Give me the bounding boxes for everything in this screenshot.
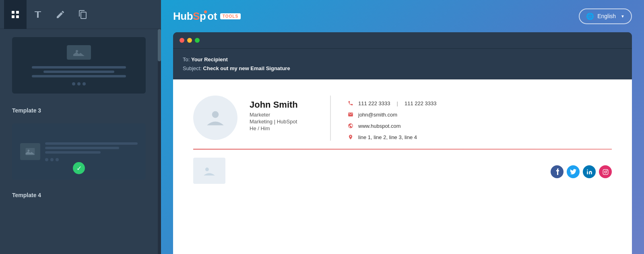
globe-icon: 🌐 [586,12,594,20]
email-to-line: To: Your Recipient [183,55,622,64]
phone-icon [347,100,354,107]
web-svg [348,123,353,129]
language-button[interactable]: 🌐 English ▼ [579,8,632,24]
grid-tool-button[interactable] [4,0,27,29]
text-icon [33,10,43,19]
logo-text: HubSpot [173,10,217,23]
svg-point-11 [205,167,209,171]
phone-separator: | [397,100,398,106]
bottom-image-placeholder [193,158,225,184]
toolbar [0,0,161,29]
dot1 [45,158,48,161]
facebook-svg [555,168,559,175]
main-area: HubSpot TOOLS 🌐 English ▼ To: Your Recip… [161,0,644,254]
avatar-placeholder-icon [205,108,225,127]
linkedin-icon[interactable] [583,165,596,178]
email-icon [347,111,354,118]
template-3b-label: Template 3 [12,107,146,114]
svg-point-14 [607,170,607,171]
email-body: John Smith Marketer Marketing | HubSpot … [173,79,632,254]
pen-tool-button[interactable] [49,0,72,29]
scroll-track[interactable] [158,29,161,254]
signature-bottom-divider [193,149,612,150]
email-value: john@smith.com [358,112,397,118]
dot2 [77,82,80,85]
line3 [32,75,126,77]
contact-website-row: www.hubspot.com [347,122,436,129]
svg-rect-0 [12,11,14,14]
template-3a-dots [72,82,86,85]
template-3a-image-placeholder [67,45,91,60]
selected-check-badge: ✓ [73,162,85,174]
email-header: To: Your Recipient Subject: Check out my… [173,48,632,79]
window-chrome [173,32,632,48]
window-maximize-dot [195,38,200,43]
phone2-value: 111 222 3333 [405,100,437,106]
signature-avatar [193,96,237,140]
chevron-down-icon: ▼ [621,14,625,19]
image-placeholder-icon-2 [25,148,35,155]
linkedin-svg [586,169,592,175]
copy-icon [78,10,88,19]
signature-name: John Smith [250,100,314,110]
text-tool-button[interactable] [27,0,49,29]
instagram-icon[interactable] [599,165,612,178]
svg-rect-1 [16,11,19,14]
location-svg [348,134,353,140]
template-3b-section: Template 3 [12,107,146,114]
language-label: English [597,13,616,19]
signature-divider [330,96,331,141]
logo-badge: TOOLS [220,13,241,19]
facebook-icon[interactable] [551,165,564,178]
social-icons-row [551,163,612,178]
website-value: www.hubspot.com [358,123,401,129]
subject-value: Check out my new Email Signature [203,65,290,71]
svg-point-7 [27,150,29,152]
location-icon [347,133,354,141]
template-item-3b: ✓ [12,123,146,180]
template-4-label: Template 4 [12,192,146,198]
copy-tool-button[interactable] [72,0,94,29]
to-value: Your Recipient [191,56,228,62]
dot3 [83,82,86,85]
line1 [32,66,126,69]
signature-pronouns: He / Him [250,125,314,131]
svg-point-9 [212,111,219,118]
template-card-3a[interactable] [12,37,146,94]
line3 [45,151,101,154]
line2 [43,71,114,73]
website-icon [347,122,354,129]
to-label: To: [183,56,190,62]
contact-phone-row: 111 222 3333 | 111 222 3333 [347,100,436,107]
template-4-section: Template 4 [12,192,146,198]
dot1 [72,82,75,85]
signature-block: John Smith Marketer Marketing | HubSpot … [193,96,612,141]
template-3b-image-placeholder [20,143,40,160]
image-placeholder-icon [73,48,85,57]
template-3b-lines [45,142,138,161]
svg-point-5 [76,50,78,52]
window-minimize-dot [187,38,192,43]
bottom-preview-row [193,158,612,184]
templates-scroll-area: Template 3 [0,29,161,254]
line2 [45,147,119,149]
templates-list: Template 3 [0,29,158,254]
signature-role: Marketer [250,112,314,118]
phone-svg [348,100,353,106]
svg-rect-2 [12,15,14,18]
svg-rect-3 [16,15,19,18]
svg-rect-12 [603,169,608,175]
topbar: HubSpot TOOLS 🌐 English ▼ [161,0,644,32]
signature-contact: 111 222 3333 | 111 222 3333 john@smith.c… [347,96,436,141]
instagram-svg [603,169,609,175]
contact-email-row: john@smith.com [347,111,436,118]
email-svg [348,112,353,117]
template-card-3b[interactable]: ✓ [12,123,146,180]
dot2 [50,158,54,161]
pen-icon [56,10,65,19]
window-close-dot [180,38,184,43]
signature-info: John Smith Marketer Marketing | HubSpot … [250,96,314,131]
scroll-thumb[interactable] [158,29,161,61]
twitter-icon[interactable] [567,165,580,178]
grid-icon [10,10,20,19]
